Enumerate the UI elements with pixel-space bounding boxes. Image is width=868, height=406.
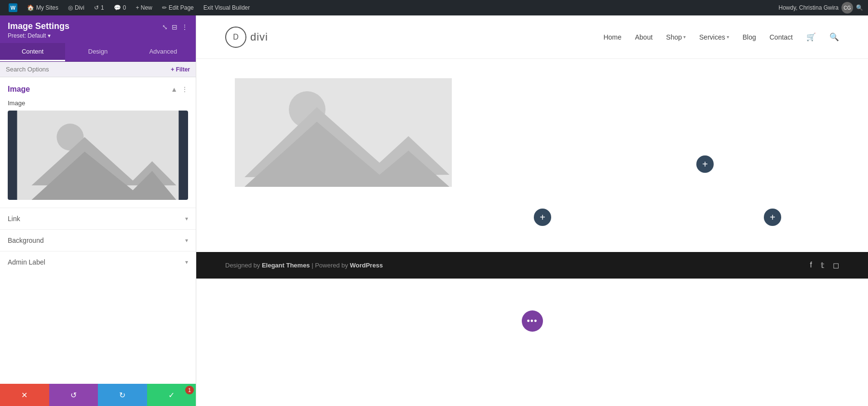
footer-text: Designed by Elegant Themes | Powered by … bbox=[225, 262, 383, 269]
panel-preset[interactable]: Preset: Default ▾ bbox=[8, 32, 69, 39]
undo-icon: ↺ bbox=[70, 391, 77, 400]
below-footer: ••• bbox=[196, 279, 868, 346]
background-section-title: Background bbox=[8, 237, 44, 244]
new-item[interactable]: + New bbox=[132, 0, 156, 15]
nav-search-icon[interactable]: 🔍 bbox=[829, 32, 839, 42]
logo-text: divi bbox=[250, 31, 268, 43]
exit-visual-builder-item[interactable]: Exit Visual Builder bbox=[200, 0, 254, 15]
save-badge: 1 bbox=[185, 386, 194, 394]
image-section-header: Image ▲ ⋮ bbox=[0, 77, 196, 98]
bottom-bar: ✕ ↺ ↻ ✓ 1 bbox=[0, 384, 196, 406]
site-footer: Designed by Elegant Themes | Powered by … bbox=[196, 252, 868, 279]
comments-icon: 💬 bbox=[114, 4, 121, 11]
nav-contact[interactable]: Contact bbox=[770, 33, 793, 41]
panel-header: Image Settings Preset: Default ▾ ⤡ ⊟ ⋮ bbox=[0, 15, 196, 43]
background-chevron-icon: ▾ bbox=[185, 237, 188, 244]
search-input[interactable] bbox=[6, 66, 171, 73]
revisions-item[interactable]: ↺ 1 bbox=[90, 0, 108, 15]
add-column-button-left[interactable]: + bbox=[534, 209, 551, 226]
resize-icon[interactable]: ⤡ bbox=[162, 23, 168, 31]
wp-logo-item[interactable]: W bbox=[5, 0, 21, 15]
admin-label-section: Admin Label ▾ bbox=[0, 251, 196, 273]
image-section-title: Image bbox=[8, 85, 30, 94]
link-section-header[interactable]: Link ▾ bbox=[0, 208, 196, 229]
panel-search: + Filter bbox=[0, 62, 196, 77]
site-logo[interactable]: D divi bbox=[225, 27, 268, 48]
home-icon: 🏠 bbox=[27, 4, 34, 11]
redo-button[interactable]: ↻ bbox=[98, 384, 147, 406]
panel-tabs: Content Design Advanced bbox=[0, 43, 196, 62]
pencil-icon: ✏ bbox=[162, 4, 167, 11]
cart-icon[interactable]: 🛒 bbox=[806, 32, 816, 42]
section-menu-icon[interactable]: ⋮ bbox=[181, 85, 188, 93]
tab-advanced[interactable]: Advanced bbox=[131, 43, 196, 61]
revisions-icon: ↺ bbox=[94, 4, 99, 11]
tab-design[interactable]: Design bbox=[65, 43, 130, 61]
panel-title: Image Settings bbox=[8, 21, 69, 31]
twitter-icon[interactable]: 𝕥 bbox=[821, 261, 824, 270]
canvas-main: + + + bbox=[196, 59, 868, 252]
add-column-button-right[interactable]: + bbox=[764, 209, 781, 226]
save-button[interactable]: ✓ 1 bbox=[147, 384, 196, 406]
nav-shop[interactable]: Shop bbox=[666, 33, 686, 41]
avatar: CG bbox=[841, 2, 853, 14]
facebook-icon[interactable]: f bbox=[810, 261, 812, 270]
left-panel: Image Settings Preset: Default ▾ ⤡ ⊟ ⋮ C… bbox=[0, 15, 196, 406]
image-placeholder-large[interactable] bbox=[235, 78, 452, 187]
page-content: D divi Home About Shop Services Blog Con… bbox=[196, 15, 868, 406]
wp-admin-bar: W 🏠 My Sites ◎ Divi ↺ 1 💬 0 + New ✏ Edit… bbox=[0, 0, 868, 15]
instagram-icon[interactable]: ◻ bbox=[833, 261, 839, 270]
site-header: D divi Home About Shop Services Blog Con… bbox=[196, 15, 868, 59]
edit-page-item[interactable]: ✏ Edit Page bbox=[158, 0, 198, 15]
columns-icon[interactable]: ⊟ bbox=[172, 23, 177, 31]
add-column-button-top[interactable]: + bbox=[696, 155, 714, 173]
nav-home[interactable]: Home bbox=[603, 33, 621, 41]
nav-about[interactable]: About bbox=[635, 33, 653, 41]
logo-circle: D bbox=[225, 27, 246, 48]
cancel-button[interactable]: ✕ bbox=[0, 384, 49, 406]
link-section-title: Link bbox=[8, 215, 20, 223]
nav-blog[interactable]: Blog bbox=[743, 33, 756, 41]
wordpress-icon: W bbox=[9, 3, 17, 12]
howdy-text: Howdy, Christina Gwira CG 🔍 bbox=[779, 2, 863, 14]
link-chevron-icon: ▾ bbox=[185, 215, 188, 222]
divi-icon: ◎ bbox=[68, 4, 73, 11]
filter-button[interactable]: + Filter bbox=[171, 66, 190, 73]
link-section: Link ▾ bbox=[0, 208, 196, 229]
admin-label-section-title: Admin Label bbox=[8, 258, 45, 266]
image-preview-panel[interactable] bbox=[8, 111, 188, 200]
comments-item[interactable]: 💬 0 bbox=[110, 0, 130, 15]
my-sites-item[interactable]: 🏠 My Sites bbox=[23, 0, 62, 15]
nav-services[interactable]: Services bbox=[699, 33, 729, 41]
admin-label-section-header[interactable]: Admin Label ▾ bbox=[0, 252, 196, 273]
cancel-icon: ✕ bbox=[21, 391, 27, 400]
more-options-icon[interactable]: ⋮ bbox=[181, 23, 188, 31]
admin-label-chevron-icon: ▾ bbox=[185, 259, 188, 266]
save-icon: ✓ bbox=[168, 391, 175, 400]
page-canvas: + + + Designed by Elegant Themes | Power… bbox=[196, 59, 868, 406]
divi-item[interactable]: ◎ Divi bbox=[64, 0, 88, 15]
undo-button[interactable]: ↺ bbox=[49, 384, 98, 406]
footer-social: f 𝕥 ◻ bbox=[810, 261, 839, 270]
site-nav: Home About Shop Services Blog Contact 🛒 … bbox=[603, 32, 839, 42]
collapse-icon[interactable]: ▲ bbox=[171, 85, 177, 93]
panel-content: Image ▲ ⋮ Image Link bbox=[0, 77, 196, 384]
main-layout: Image Settings Preset: Default ▾ ⤡ ⊟ ⋮ C… bbox=[0, 15, 868, 406]
redo-icon: ↻ bbox=[119, 391, 125, 400]
tab-content[interactable]: Content bbox=[0, 43, 65, 61]
background-section-header[interactable]: Background ▾ bbox=[0, 230, 196, 251]
visual-builder-dots-button[interactable]: ••• bbox=[522, 310, 543, 332]
image-field-label: Image bbox=[0, 98, 196, 111]
search-icon[interactable]: 🔍 bbox=[856, 4, 863, 11]
background-section: Background ▾ bbox=[0, 229, 196, 251]
